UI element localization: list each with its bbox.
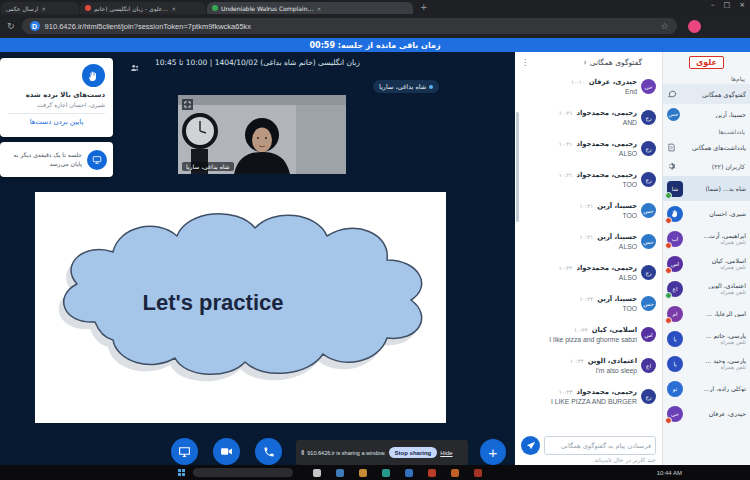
message-time: ۱۰:۲۱ bbox=[559, 110, 573, 116]
message-text: TOO bbox=[521, 212, 637, 219]
actions-plus-button[interactable]: + bbox=[480, 439, 506, 465]
screenshare-button[interactable] bbox=[171, 438, 198, 465]
taskbar-app-icon[interactable] bbox=[474, 469, 482, 477]
message-text: TOO bbox=[521, 305, 637, 312]
slide-cloud-graphic: Let's practice bbox=[35, 192, 446, 423]
messages-section-header: پیام‌ها bbox=[663, 71, 750, 84]
user-list-item[interactable]: شا شاه بد... (شما) bbox=[663, 176, 750, 201]
sidebar-item-label: حسینا، آرین bbox=[684, 111, 746, 118]
chat-message: حس حسینا، آرین ۱۰:۲۲ TOO bbox=[515, 291, 662, 322]
talking-indicator[interactable]: شاه بداغی، ساریا bbox=[373, 80, 439, 93]
message-time: ۱۰:۲۲ bbox=[574, 327, 588, 333]
user-list-item[interactable]: اس اسلامی، کیان تلفن همراه bbox=[663, 251, 750, 276]
taskbar-app-icon[interactable] bbox=[313, 469, 321, 477]
send-message-button[interactable] bbox=[521, 436, 540, 455]
user-list-item[interactable]: ام امین الرعایا، ... bbox=[663, 301, 750, 326]
message-time: ۱۰:۲۱ bbox=[580, 234, 594, 240]
browser-tab-strip: ارسال عکس × علوی - زبان انگلیسی (خانم… ×… bbox=[0, 0, 750, 14]
start-button-icon[interactable] bbox=[178, 469, 185, 476]
taskbar-app-icon[interactable] bbox=[405, 469, 413, 477]
taskbar-app-icon[interactable] bbox=[451, 469, 459, 477]
audio-button[interactable] bbox=[255, 438, 282, 465]
user-list-item[interactable]: اع اعتمادی، الوین تلفن همراه bbox=[663, 276, 750, 301]
avatar: پا bbox=[667, 331, 683, 347]
taskbar-app-icon[interactable] bbox=[359, 469, 367, 477]
browser-tab-1[interactable]: ارسال عکس × bbox=[1, 2, 79, 14]
browser-profile-avatar[interactable] bbox=[688, 20, 701, 33]
sidebar-item-public-chat[interactable]: گفتوگوی همگانی bbox=[663, 84, 750, 104]
chrome-share-bar: ‖ 910.6426.ir is sharing a window. Stop … bbox=[296, 440, 468, 465]
status-badge bbox=[665, 217, 672, 224]
windows-taskbar: 10:44 AM bbox=[0, 465, 750, 480]
message-avatar: حس bbox=[641, 234, 656, 249]
sidebar-item-shared-notes[interactable]: یادداشت‌های همگانی bbox=[663, 137, 750, 157]
message-avatar: رح bbox=[641, 110, 656, 125]
message-time: ۱۰:۱۰ bbox=[571, 79, 585, 85]
chat-message-list[interactable]: حی حیدری، عرفان ۱۰:۱۰ End رح رحیمی، محمد… bbox=[515, 72, 662, 433]
user-subtitle: تلفن همراه bbox=[687, 239, 746, 245]
chat-message-input[interactable] bbox=[544, 436, 656, 455]
chat-options-icon[interactable]: ⋮ bbox=[521, 58, 529, 67]
avatar: اب bbox=[667, 231, 683, 247]
hide-share-bar-link[interactable]: Hide bbox=[440, 450, 452, 456]
session-time-banner: زمان باقی مانده از جلسه: 00:59 bbox=[0, 38, 750, 52]
taskbar-app-icon[interactable] bbox=[382, 469, 390, 477]
user-name: شیری، احسان bbox=[687, 210, 746, 217]
message-avatar: رح bbox=[641, 389, 656, 404]
stop-sharing-button[interactable]: Stop sharing bbox=[389, 447, 438, 458]
user-name: پارسی، وحید ... bbox=[687, 357, 746, 364]
close-button[interactable]: × bbox=[739, 1, 745, 9]
user-list-item[interactable]: پا پارسی، وحید ... تلفن همراه bbox=[663, 351, 750, 376]
chat-message: رح رحیمی، محمدجواد ۱۰:۲۱ ALSO bbox=[515, 136, 662, 167]
chevron-left-icon[interactable]: ‹ bbox=[584, 58, 587, 67]
user-name: حیدری، عرفان bbox=[687, 410, 746, 417]
reload-icon[interactable]: ↻ bbox=[7, 21, 15, 31]
raised-hands-toast[interactable]: دست‌های بالا برده شده شیری، احسان اجازه … bbox=[0, 58, 113, 137]
chat-message: حس حسینا، آرین ۱۰:۲۱ ALSO bbox=[515, 229, 662, 260]
message-text: ALSO bbox=[521, 274, 637, 281]
chat-scrollbar[interactable] bbox=[516, 112, 519, 222]
webcam-tile[interactable]: شاه بداغی، ساریا bbox=[178, 95, 346, 174]
new-tab-button[interactable]: + bbox=[420, 2, 428, 12]
message-time: ۱۰:۲۱ bbox=[559, 172, 573, 178]
toast-body: جلسه تا یک دقیقه‌ی دیگر به پایان می‌رسد bbox=[6, 151, 82, 167]
message-time: ۱۰:۲۱ bbox=[580, 203, 594, 209]
users-count-label: کاربران (۲۲) bbox=[677, 163, 745, 170]
camera-button[interactable] bbox=[213, 438, 240, 465]
message-author: رحیمی، محمدجواد bbox=[576, 109, 637, 117]
chat-header: ⋮ گفتوگوی همگانی ‹ bbox=[515, 52, 662, 72]
message-avatar: حی bbox=[641, 79, 656, 94]
taskbar-search-box[interactable] bbox=[193, 468, 293, 477]
chat-bubble-icon bbox=[667, 89, 677, 99]
address-bar[interactable]: D 910.6426.ir/html5client/join?sessionTo… bbox=[22, 18, 677, 34]
presentation-slide[interactable]: Let's practice bbox=[35, 192, 446, 423]
tab-close-icon[interactable]: × bbox=[171, 5, 176, 12]
bookmark-star-icon[interactable]: ☆ bbox=[660, 21, 668, 31]
browser-tab-3-active[interactable]: Undeniable Walrus Complain… × bbox=[207, 2, 413, 14]
user-list-item[interactable]: اب ابراهیمی، آرت... تلفن همراه bbox=[663, 226, 750, 251]
taskbar-app-icon[interactable] bbox=[428, 469, 436, 477]
message-avatar: رح bbox=[641, 141, 656, 156]
status-badge bbox=[665, 192, 672, 199]
fullscreen-icon[interactable] bbox=[182, 99, 193, 110]
avatar: حس bbox=[667, 108, 680, 121]
sidebar-item-private-chat[interactable]: حس حسینا، آرین bbox=[663, 104, 750, 124]
user-list-item[interactable]: شیری، احسان bbox=[663, 201, 750, 226]
browser-tab-2[interactable]: علوی - زبان انگلیسی (خانم… × bbox=[80, 2, 206, 14]
maximize-button[interactable]: □ bbox=[724, 1, 731, 9]
chat-message: اس اسلامی، کیان ۱۰:۲۲ I like pizza and g… bbox=[515, 322, 662, 353]
user-list[interactable]: شا شاه بد... (شما) شیری، احسان اب ابراهی… bbox=[663, 176, 750, 426]
user-list-item[interactable]: تو توکلی زاده، ار... bbox=[663, 376, 750, 401]
tab-close-icon[interactable]: × bbox=[41, 5, 46, 12]
session-ending-toast[interactable]: جلسه تا یک دقیقه‌ی دیگر به پایان می‌رسد bbox=[0, 142, 113, 177]
user-list-item[interactable]: حی حیدری، عرفان bbox=[663, 401, 750, 426]
lower-hands-button[interactable]: پایین بردن دست‌ها bbox=[8, 118, 105, 126]
message-time: ۱۰:۲۲ bbox=[580, 296, 594, 302]
message-text: End bbox=[521, 88, 637, 95]
taskbar-app-icon[interactable] bbox=[336, 469, 344, 477]
gear-icon[interactable] bbox=[668, 162, 677, 171]
minimize-button[interactable]: – bbox=[711, 1, 715, 9]
user-list-item[interactable]: پا پارسی، حاتم ... تلفن همراه bbox=[663, 326, 750, 351]
site-favicon-icon bbox=[212, 5, 218, 11]
tab-close-icon[interactable]: × bbox=[316, 5, 321, 12]
